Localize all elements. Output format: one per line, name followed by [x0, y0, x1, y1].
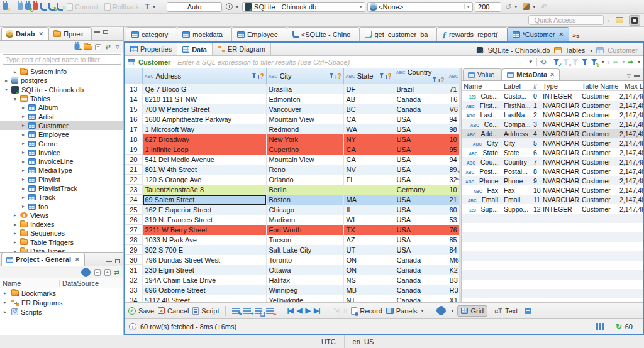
postalcode-cell[interactable]: 76 [447, 225, 459, 235]
country-cell[interactable]: USA [394, 165, 447, 175]
row-number-cell[interactable]: 16 [125, 114, 142, 124]
country-cell[interactable]: Canada [394, 265, 447, 275]
state-cell[interactable]: CA [343, 114, 394, 124]
tree-item[interactable]: ▸Views [0, 211, 123, 220]
editor-subtab[interactable]: ER Diagram [213, 43, 271, 55]
row-number-cell[interactable]: 23 [125, 185, 142, 195]
postalcode-cell[interactable]: R3 [447, 285, 459, 295]
panel-tab[interactable]: Value [463, 68, 502, 80]
maximize-icon[interactable] [103, 30, 108, 34]
postalcode-cell[interactable]: V6 [447, 104, 459, 114]
row-number-cell[interactable]: 31 [125, 265, 142, 275]
column-header-name[interactable]: Name [0, 280, 60, 287]
tree-item[interactable]: ▸postgres [0, 76, 123, 85]
tab-close-icon[interactable]: ✕ [559, 31, 564, 38]
country-cell[interactable]: USA [394, 215, 447, 225]
metadata-row[interactable]: ABCState State 6 NVARCHAR Customer 2,147… [462, 148, 643, 157]
city-cell[interactable]: Vancouver [266, 104, 343, 114]
extra-view-icon[interactable] [525, 308, 531, 314]
tree-expand-icon[interactable]: ▸ [21, 150, 26, 155]
state-cell[interactable]: AZ [343, 235, 394, 245]
postalcode-cell[interactable]: 10 [447, 185, 459, 195]
first-row-icon[interactable]: |◀ [287, 307, 293, 315]
resultset-settings-icon[interactable] [438, 307, 445, 314]
address-cell[interactable]: 1033 N Park Ave [142, 235, 266, 245]
tree-item[interactable]: ▸Employee [0, 130, 123, 139]
row-number-cell[interactable]: 19 [125, 144, 142, 155]
open-perspective-button[interactable] [614, 15, 625, 26]
city-cell[interactable]: Mountain View [266, 114, 343, 124]
column-filter-icon[interactable] [432, 77, 437, 82]
country-cell[interactable]: Canada [394, 285, 447, 295]
address-cell[interactable]: Qe 7 Bloco G [142, 84, 266, 94]
city-cell[interactable]: Yellowknife [266, 295, 343, 303]
postalcode-cell[interactable]: M6 [447, 255, 459, 265]
state-cell[interactable]: WI [343, 215, 394, 225]
last-row-icon[interactable]: ▶| [314, 307, 320, 315]
tree-expand-icon[interactable]: ▸ [13, 239, 18, 245]
editor-tab[interactable]: get_customer_ba [359, 27, 437, 41]
nav-forward-icon[interactable]: ➡ [628, 58, 633, 65]
new-folder-icon[interactable] [84, 44, 91, 50]
column-filter-icon[interactable] [329, 73, 334, 78]
connection-dropdown-icon[interactable]: ▼ [357, 4, 363, 9]
city-cell[interactable]: Cupertino [266, 144, 343, 155]
metadata-row[interactable]: ABCCity City 5 NVARCHAR Customer 2,147,4… [462, 138, 643, 148]
country-cell[interactable]: Canada [394, 94, 447, 104]
state-cell[interactable]: AB [343, 94, 394, 104]
fetch-size-input[interactable] [475, 2, 501, 12]
country-cell[interactable]: USA [394, 225, 447, 235]
col-name[interactable]: Name [462, 82, 502, 90]
row-number-cell[interactable]: 24 [125, 195, 142, 205]
filter-save-icon[interactable] [582, 59, 588, 65]
tab-close-icon[interactable]: ✕ [39, 31, 44, 37]
state-cell[interactable]: UT [343, 245, 394, 255]
city-cell[interactable]: Reno [266, 165, 343, 175]
state-cell[interactable]: NS [343, 275, 394, 285]
tree-item[interactable]: ▸InvoiceLine [0, 157, 123, 166]
country-cell[interactable]: USA [394, 205, 447, 215]
tree-item[interactable]: ▸Data Types [0, 247, 123, 252]
dbeaver-perspective-button[interactable] [629, 15, 640, 26]
tree-expand-icon[interactable]: ▸ [21, 132, 26, 138]
add-row-icon[interactable]: + [243, 308, 251, 314]
script-button[interactable]: Script [192, 307, 219, 315]
project-tab[interactable]: Project - General✕ [1, 253, 85, 266]
project-item[interactable]: ▸Bookmarks [0, 288, 123, 298]
navigator-tab[interactable]: Проек [48, 27, 92, 40]
project-item[interactable]: ▸ER Diagrams [0, 298, 123, 307]
previous-row-icon[interactable]: ◀ [297, 307, 301, 315]
calc-panel-icon[interactable] [596, 323, 604, 330]
breadcrumb-tables[interactable]: Tables [565, 46, 586, 54]
col-max-length[interactable]: Max L [618, 82, 644, 90]
row-number-cell[interactable]: 32 [125, 275, 142, 285]
col-num[interactable]: # [533, 82, 541, 90]
row-number-cell[interactable]: 29 [125, 245, 142, 255]
row-number-header[interactable] [125, 68, 142, 84]
city-cell[interactable]: Edmonton [266, 94, 343, 104]
editor-tab[interactable]: ƒrewards_report( [436, 27, 507, 41]
filter-remove-icon[interactable]: × [563, 59, 569, 65]
city-cell[interactable]: Salt Lake City [266, 245, 343, 255]
city-cell[interactable]: Orlando [266, 175, 343, 185]
panel-splitter[interactable] [459, 68, 461, 302]
tree-expand-icon[interactable]: ▸ [13, 222, 18, 227]
tree-expand-icon[interactable]: ▸ [4, 300, 9, 305]
tree-item[interactable]: ▾Tables [0, 94, 123, 103]
column-filter-icon[interactable] [379, 73, 384, 78]
tree-expand-icon[interactable]: ▸ [13, 231, 18, 236]
metadata-row[interactable]: ABCCo... Compa... 3 NVARCHAR Customer 2,… [462, 119, 643, 129]
navigator-tab[interactable]: Datab✕ [1, 27, 48, 40]
new-connection-icon[interactable] [3, 3, 8, 10]
address-cell[interactable]: 696 Osborne Street [142, 285, 266, 295]
connect-icon[interactable] [18, 3, 23, 10]
panels-button[interactable]: Panels▾ [386, 307, 424, 315]
row-number-cell[interactable]: 14 [125, 94, 142, 104]
editor-subtab[interactable]: Data [177, 43, 213, 55]
paint-button[interactable]: ▾ [521, 3, 537, 11]
row-number-cell[interactable]: 15 [125, 104, 142, 114]
country-cell[interactable]: USA [394, 195, 447, 205]
breadcrumb-db[interactable]: SQLite - Chinook.db [487, 46, 550, 54]
postalcode-cell[interactable]: 84 [447, 245, 459, 255]
column-header-datasource[interactable]: DataSource [60, 280, 99, 287]
